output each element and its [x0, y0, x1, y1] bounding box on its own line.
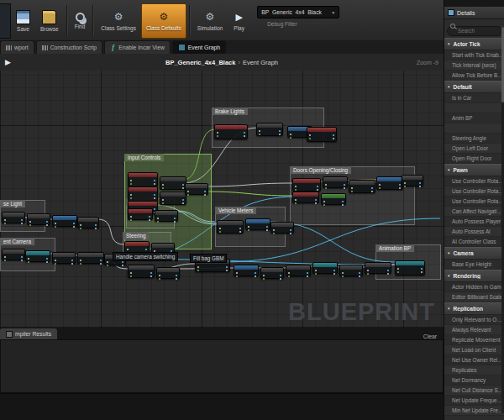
event-graph-canvas[interactable]: BLUEPRINT Brake LightsInput ControlsDoor…: [0, 71, 444, 328]
class-settings-button[interactable]: Class Settings: [96, 3, 141, 39]
property-row[interactable]: Auto Possess Player: [444, 217, 504, 227]
graph-node[interactable]: [25, 250, 50, 262]
breadcrumb-current[interactable]: Event Graph: [243, 59, 278, 66]
graph-node[interactable]: [307, 127, 337, 142]
graph-node[interactable]: [234, 265, 259, 276]
property-row[interactable]: Always Relevant: [444, 325, 504, 335]
property-row[interactable]: Replicate Movement: [444, 335, 504, 345]
graph-node[interactable]: [124, 241, 150, 253]
tab-construction-scrip[interactable]: Construction Scrip: [36, 40, 103, 54]
graph-node[interactable]: [292, 178, 321, 192]
save-button[interactable]: Save: [11, 3, 35, 39]
node-header: [402, 176, 423, 180]
property-row[interactable]: Net Dormancy: [444, 375, 504, 386]
comment-title: Doors Opening/Closing: [290, 166, 351, 174]
tab-enable-incar-view[interactable]: fEnable Incar View: [104, 40, 171, 54]
graph-node[interactable]: [160, 176, 186, 190]
section-header-camera[interactable]: ▼Camera: [444, 247, 504, 260]
property-row[interactable]: Net Load on Client: [444, 345, 504, 355]
property-row[interactable]: Use Controller Rotation Pitch: [444, 176, 504, 186]
graph-node[interactable]: [292, 192, 319, 203]
graph-node[interactable]: [52, 252, 76, 264]
graph-node[interactable]: [2, 212, 25, 223]
property-row[interactable]: Net Update Frequency: [444, 396, 504, 406]
property-row[interactable]: Steering Angle: [444, 134, 504, 144]
property-row[interactable]: Tick Interval (secs): [444, 60, 504, 71]
property-row[interactable]: Base Eye Height: [444, 260, 504, 270]
property-row[interactable]: Net Cull Distance Squared: [444, 386, 504, 396]
property-row[interactable]: Use Controller Rotation Yaw: [444, 186, 504, 197]
property-row[interactable]: Editor Billboard Scale: [444, 292, 504, 302]
find-button[interactable]: Find: [70, 3, 91, 39]
property-row[interactable]: Is in Car: [444, 93, 504, 103]
browse-button[interactable]: Browse: [35, 3, 64, 39]
property-row[interactable]: Open Left Door: [444, 144, 504, 154]
graph-node[interactable]: [185, 183, 208, 195]
property-row[interactable]: Only Relevant to Owner: [444, 315, 504, 325]
graph-node[interactable]: [128, 265, 155, 278]
graph-node[interactable]: [321, 193, 346, 205]
property-row[interactable]: AI Controller Class: [444, 237, 504, 247]
graph-node[interactable]: [128, 172, 158, 187]
graph-node[interactable]: [77, 217, 99, 228]
property-row[interactable]: Min Net Update Frequency: [444, 406, 504, 416]
graph-node[interactable]: [155, 210, 178, 222]
graph-node[interactable]: [77, 252, 104, 264]
graph-node[interactable]: [128, 208, 153, 220]
property-row[interactable]: [444, 123, 504, 134]
property-row[interactable]: [444, 103, 504, 113]
graph-node[interactable]: [312, 262, 338, 274]
graph-node[interactable]: [339, 265, 363, 276]
blueprint-watermark: BLUEPRINT: [288, 298, 435, 326]
node-header: [157, 268, 179, 272]
tab-event-graph[interactable]: Event Graph: [172, 40, 226, 54]
clear-button[interactable]: Clear: [423, 333, 437, 339]
section-header-rendering[interactable]: ▼Rendering: [444, 270, 504, 282]
debug-object-dropdown[interactable]: BP_Generic_4x4_Black ▼: [257, 6, 339, 18]
property-row[interactable]: Anim BP: [444, 113, 504, 123]
property-row[interactable]: Net Use Owner Relevancy: [444, 355, 504, 365]
section-header-pawn[interactable]: ▼Pawn: [444, 164, 504, 176]
play-button[interactable]: Play: [228, 3, 250, 39]
graph-node[interactable]: [395, 260, 425, 276]
property-row[interactable]: Start with Tick Enabled: [444, 50, 504, 60]
property-row[interactable]: Allow Tick Before Begin Play: [444, 71, 504, 81]
graph-node[interactable]: [27, 213, 50, 225]
graph-node[interactable]: [270, 222, 294, 234]
tab-details[interactable]: Details: [444, 7, 504, 19]
graph-node[interactable]: [52, 215, 77, 227]
graph-node[interactable]: [365, 262, 391, 274]
section-header-actor-tick[interactable]: ▼Actor Tick: [444, 38, 504, 50]
graph-node[interactable]: [260, 267, 284, 279]
graph-node[interactable]: [402, 175, 423, 186]
graph-node[interactable]: [214, 124, 248, 139]
graph-node[interactable]: [156, 267, 180, 279]
compile-button-partial[interactable]: [0, 3, 11, 39]
graph-node[interactable]: [217, 220, 244, 234]
breadcrumb-root[interactable]: BP_Generic_4x4_Black: [165, 59, 235, 66]
property-row[interactable]: Use Controller Rotation Roll: [444, 197, 504, 207]
compiler-output-area[interactable]: [0, 339, 444, 393]
property-row[interactable]: Auto Possess AI: [444, 227, 504, 237]
tab-wport[interactable]: wport: [0, 40, 34, 54]
toolbar-button-label: Play: [234, 25, 244, 31]
tab-compiler-results[interactable]: mpiler Results: [0, 328, 57, 339]
property-row[interactable]: Actor Hidden in Game: [444, 282, 504, 292]
section-header-default[interactable]: ▼Default: [444, 81, 504, 93]
graph-node[interactable]: [323, 176, 348, 188]
graph-node[interactable]: [286, 265, 311, 276]
chevron-down-icon: ▼: [447, 274, 450, 278]
graph-node[interactable]: [2, 249, 25, 260]
property-row[interactable]: Can Affect Navigation Generation: [444, 207, 504, 217]
property-row[interactable]: Open Right Door: [444, 154, 504, 164]
class-defaults-button[interactable]: Class Defaults: [141, 3, 186, 39]
graph-node[interactable]: [128, 186, 158, 202]
section-header-replication[interactable]: ▼Replication: [444, 302, 504, 315]
graph-node[interactable]: [256, 123, 283, 136]
property-row[interactable]: Replicates: [444, 365, 504, 375]
graph-node[interactable]: [376, 176, 403, 190]
graph-node[interactable]: [160, 192, 186, 205]
graph-node[interactable]: [349, 180, 375, 193]
graph-node[interactable]: [245, 218, 270, 230]
simulation-button[interactable]: Simulation: [192, 3, 228, 39]
